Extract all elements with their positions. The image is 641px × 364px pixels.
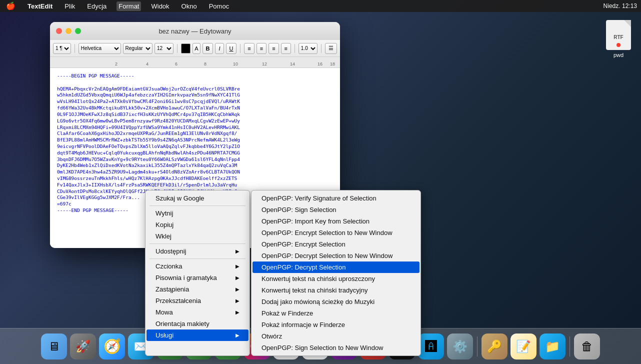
- dock-appstore-icon[interactable]: 🅰: [418, 334, 444, 360]
- align-right-button[interactable]: ≡: [268, 43, 278, 54]
- paragraph-style-select[interactable]: 1 ¶: [53, 43, 71, 54]
- pgp-line-10: 9eicvgrNFVPoolDDAeFOeTQvpsZblXm5lloVaAQq…: [57, 144, 333, 150]
- dock-finder-icon[interactable]: 🖥: [41, 334, 67, 360]
- toolbar-sep-3: [240, 44, 240, 53]
- ctx-przeksztalcenia-label: Przekształcenia: [156, 297, 201, 304]
- menu-format[interactable]: Format: [116, 2, 141, 11]
- services-submenu: OpenPGP: Verify Signature of Selection O…: [251, 190, 421, 356]
- app-name[interactable]: TextEdit: [26, 2, 54, 11]
- apple-menu[interactable]: 🍎: [4, 0, 18, 12]
- dock-systemprefs-icon[interactable]: ⚙️: [447, 334, 473, 360]
- dock-keychain-icon[interactable]: 🔑: [482, 334, 508, 360]
- italic-button[interactable]: I: [215, 43, 224, 54]
- align-left-button[interactable]: ≡: [244, 43, 254, 54]
- sub-import[interactable]: OpenPGP: Import Key from Selection: [252, 216, 420, 227]
- ctx-czcionka-label: Czcionka: [156, 262, 182, 270]
- dock-scripteditor-icon[interactable]: 📝: [510, 334, 536, 360]
- ctx-czcionka[interactable]: Czcionka ▶: [146, 260, 248, 272]
- sub-verify[interactable]: OpenPGP: Verify Signature of Selection: [252, 192, 420, 204]
- sub-encrypt[interactable]: OpenPGP: Encrypt Selection: [252, 238, 420, 250]
- highlight-button[interactable]: A: [192, 43, 200, 54]
- pgp-line-9: BfE3PL88mlAmHWMSCMrRWZ+zbkTSTb5SY9b9s4ZN…: [57, 137, 333, 144]
- rtf-file-icon: RTF: [606, 20, 631, 50]
- ctx-mowa-arrow: ▶: [236, 310, 240, 315]
- dock-launchpad-icon[interactable]: 🚀: [70, 334, 96, 360]
- pgp-line-2: w5hkm1dUZGd5VbxqQmqiU6WJp4afebzczaYIH2GI…: [57, 92, 333, 98]
- sub-show-info-finder[interactable]: Pokaż informacje w Finderze: [252, 319, 420, 330]
- ctx-orientacja[interactable]: Orientacja makiety: [146, 318, 248, 330]
- dock-separator-2: [570, 336, 570, 356]
- ctx-google-search[interactable]: Szukaj w Google: [146, 192, 248, 204]
- ctx-zastapienia-label: Zastąpienia: [156, 286, 189, 293]
- sub-show-finder[interactable]: Pokaż w Finderze: [252, 308, 420, 319]
- bold-button[interactable]: B: [202, 43, 214, 54]
- sub-decrypt-new[interactable]: OpenPGP: Decrypt Selection to New Window: [252, 250, 420, 262]
- ctx-zastapienia[interactable]: Zastąpienia ▶: [146, 284, 248, 295]
- pgp-line-15: vIMG89ossrzeuTnMkkhFhls/wHQz7KlHAzpg0KAx…: [57, 176, 333, 182]
- window-maximize-button[interactable]: [75, 28, 81, 34]
- window-title: bez nazwy — Edytowany: [158, 28, 231, 35]
- rtf-file-dot: [616, 43, 620, 47]
- sub-sign[interactable]: OpenPGP: Sign Selection: [252, 204, 420, 216]
- pgp-line-8: ClaAfar6CoahX6gxHihoJD2xrmqeUXPRaG/JunRE…: [57, 130, 333, 137]
- sub-convert-traditional[interactable]: Konwertuj tekst na chiński tradycyjny: [252, 284, 420, 296]
- menubar-time: Niedz. 12:13: [604, 2, 637, 10]
- sub-add-music[interactable]: Dodaj jako mówioną ścieżkę do Muzyki: [252, 296, 420, 308]
- window-titlebar: bez nazwy — Edytowany: [50, 22, 340, 40]
- underline-button[interactable]: U: [226, 43, 237, 54]
- sub-convert-simplified[interactable]: Konwertuj tekst na chiński uproszczony: [252, 273, 420, 284]
- menu-widok[interactable]: Widok: [149, 2, 171, 11]
- font-select[interactable]: Helvetica: [78, 43, 121, 54]
- line-spacing-select[interactable]: 1.0: [298, 43, 318, 54]
- ctx-uslugi[interactable]: Usługi ▶: [146, 330, 248, 341]
- menu-plik[interactable]: Plik: [62, 2, 77, 11]
- dock-trash-icon[interactable]: 🗑: [574, 334, 600, 360]
- ctx-uslugi-label: Usługi: [156, 332, 174, 339]
- sub-sign-new[interactable]: OpenPGP: Sign Selection to New Window: [252, 342, 420, 354]
- rtf-file-label: pwd: [614, 52, 624, 58]
- window-toolbar: 1 ¶ Helvetica Regular 12 A B I U ≡ ≡ ≡ ≡…: [50, 40, 340, 57]
- ctx-wklej[interactable]: Wklej: [146, 230, 248, 242]
- sub-open[interactable]: Otwórz: [252, 330, 420, 342]
- color-button[interactable]: [181, 44, 190, 54]
- sub-encrypt-new[interactable]: OpenPGP: Encrypt Selection to New Window: [252, 227, 420, 238]
- dock-separator: [477, 336, 478, 356]
- ctx-udostepnij[interactable]: Udostępnij ▶: [146, 246, 248, 257]
- pgp-begin-line: -----BEGIN PGP MESSAGE-----: [57, 73, 333, 80]
- sub-decrypt[interactable]: OpenPGP: Decrypt Selection: [252, 262, 420, 273]
- ctx-pisownia-label: Pisownia i gramatyka: [156, 274, 217, 282]
- dock-finder2-icon[interactable]: 📁: [540, 334, 566, 360]
- context-menu-wrapper: Szukaj w Google Wytnij Kopiuj Wklej Udos…: [145, 190, 421, 356]
- menu-okno[interactable]: Okno: [180, 2, 199, 11]
- justify-button[interactable]: ≡: [281, 43, 291, 54]
- pgp-line-14: 0mlJKD7APE4n3hw4aZ5ZR9U9+Lagdm4sku+rS4Ol…: [57, 169, 333, 176]
- desktop-rtf-file[interactable]: RTF pwd: [606, 20, 631, 58]
- pgp-line-4: fd66YWa32Uv4BkMKctqiku8YLkk50v+2XcmBVHo1…: [57, 105, 333, 112]
- list-button[interactable]: ☰: [325, 43, 337, 54]
- menu-pomoc[interactable]: Pomoc: [207, 2, 231, 11]
- ctx-pisownia[interactable]: Pisownia i gramatyka ▶: [146, 272, 248, 284]
- align-center-button[interactable]: ≡: [256, 43, 266, 54]
- ctx-mowa[interactable]: Mowa ▶: [146, 306, 248, 318]
- menu-edycja[interactable]: Edycja: [85, 2, 108, 11]
- toolbar-sep-2: [177, 44, 178, 53]
- window-minimize-button[interactable]: [66, 28, 72, 34]
- pgp-blank: [57, 80, 333, 86]
- toolbar-sep-1: [74, 44, 75, 53]
- ctx-udostepnij-label: Udostępnij: [156, 248, 186, 255]
- context-menu: Szukaj w Google Wytnij Kopiuj Wklej Udos…: [145, 190, 250, 356]
- ctx-przeksztalcenia[interactable]: Przekształcenia ▶: [146, 295, 248, 306]
- style-select[interactable]: Regular: [123, 43, 152, 54]
- ctx-kopiuj[interactable]: Kopiuj: [146, 219, 248, 230]
- window-ruler: 2 4 6 8 10 12 14 16 18: [50, 57, 340, 68]
- ctx-pisownia-arrow: ▶: [236, 275, 240, 280]
- toolbar-sep-5: [321, 44, 322, 53]
- window-close-button[interactable]: [56, 28, 62, 34]
- size-select[interactable]: 12: [154, 43, 174, 54]
- ctx-wytnij[interactable]: Wytnij: [146, 208, 248, 219]
- dock-safari-icon[interactable]: 🧭: [99, 334, 125, 360]
- pgp-line-5: 0L9F1OJJMOeKFwXJz8qSidB37ixcfH3sKKzUYVhQ…: [57, 112, 333, 118]
- pgp-line-6: LG9o6vtr5OX4Fq6mw0wLBvP5em8rnzyawf9Rz482…: [57, 118, 333, 124]
- ctx-sep-1: [150, 206, 246, 206]
- pgp-line-7: LRqxmi8LCMXm94HQFi+09U4IVQppYzfUWSa9Ymk4…: [57, 124, 333, 131]
